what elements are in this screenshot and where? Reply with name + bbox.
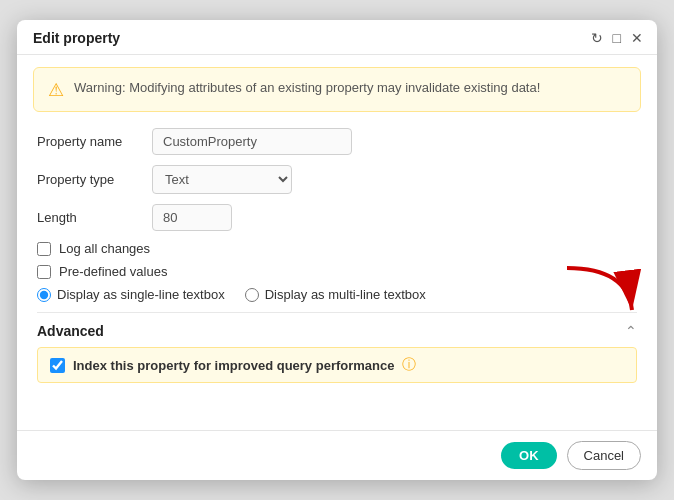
property-name-row: Property name — [37, 128, 637, 155]
pre-defined-values-label: Pre-defined values — [59, 264, 167, 279]
length-row: Length — [37, 204, 637, 231]
cancel-button[interactable]: Cancel — [567, 441, 641, 470]
maximize-icon[interactable]: □ — [613, 30, 621, 46]
advanced-collapse-icon[interactable]: ⌃ — [625, 323, 637, 339]
multi-line-option: Display as multi-line textbox — [245, 287, 426, 302]
property-type-label: Property type — [37, 172, 152, 187]
dialog-footer: OK Cancel — [17, 430, 657, 480]
warning-text: Warning: Modifying attributes of an exis… — [74, 78, 540, 98]
property-name-label: Property name — [37, 134, 152, 149]
property-type-row: Property type Text Number Date Boolean — [37, 165, 637, 194]
single-line-label: Display as single-line textbox — [57, 287, 225, 302]
dialog-title-bar: Edit property ↻ □ ✕ — [17, 20, 657, 55]
log-all-changes-checkbox[interactable] — [37, 242, 51, 256]
advanced-header[interactable]: Advanced ⌃ — [37, 313, 637, 347]
index-property-row: Index this property for improved query p… — [37, 347, 637, 383]
dialog-title: Edit property — [33, 30, 120, 46]
index-property-checkbox[interactable] — [50, 358, 65, 373]
property-type-select[interactable]: Text Number Date Boolean — [152, 165, 292, 194]
property-name-input[interactable] — [152, 128, 352, 155]
length-label: Length — [37, 210, 152, 225]
log-all-changes-row: Log all changes — [37, 241, 637, 256]
info-icon[interactable]: ⓘ — [402, 356, 416, 374]
length-input[interactable] — [152, 204, 232, 231]
refresh-icon[interactable]: ↻ — [591, 30, 603, 46]
single-line-option: Display as single-line textbox — [37, 287, 225, 302]
ok-button[interactable]: OK — [501, 442, 557, 469]
warning-banner: ⚠ Warning: Modifying attributes of an ex… — [33, 67, 641, 112]
pre-defined-values-row: Pre-defined values — [37, 264, 637, 279]
advanced-section: Advanced ⌃ Index this property for impro… — [37, 312, 637, 383]
pre-defined-values-checkbox[interactable] — [37, 265, 51, 279]
warning-icon: ⚠ — [48, 79, 64, 101]
multi-line-radio[interactable] — [245, 288, 259, 302]
advanced-title: Advanced — [37, 323, 104, 339]
title-bar-icons: ↻ □ ✕ — [591, 30, 643, 46]
edit-property-dialog: Edit property ↻ □ ✕ ⚠ Warning: Modifying… — [17, 20, 657, 480]
form-area: Property name Property type Text Number … — [17, 118, 657, 430]
single-line-radio[interactable] — [37, 288, 51, 302]
log-all-changes-label: Log all changes — [59, 241, 150, 256]
close-icon[interactable]: ✕ — [631, 30, 643, 46]
display-radio-group: Display as single-line textbox Display a… — [37, 287, 637, 302]
index-property-label: Index this property for improved query p… — [73, 358, 394, 373]
multi-line-label: Display as multi-line textbox — [265, 287, 426, 302]
